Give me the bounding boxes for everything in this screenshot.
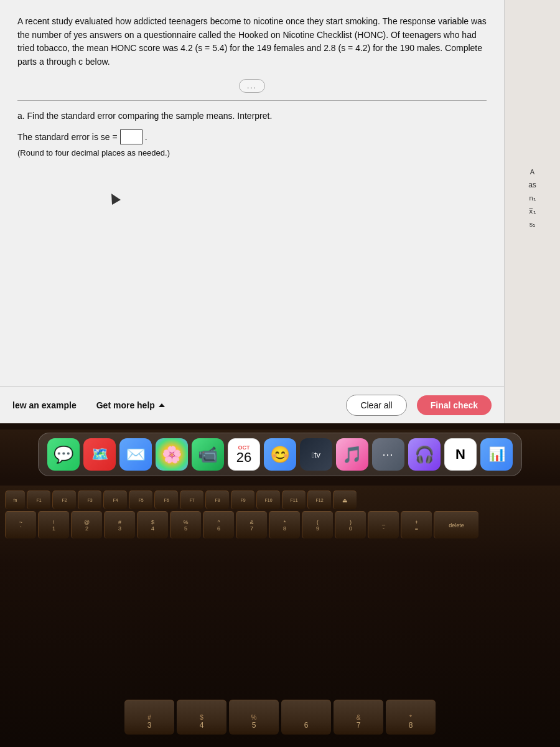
- answer-line: The standard error is se = .: [17, 129, 487, 144]
- dock-bar: 💬 🗺️ ✉️ 🌸 📹 OCT 26 😊 tv: [38, 433, 522, 476]
- dock-calendar-icon[interactable]: OCT 26: [228, 438, 260, 471]
- activity-icon: 🗺️: [91, 446, 108, 463]
- dock-messages-icon[interactable]: 💬: [47, 438, 80, 471]
- key-minus[interactable]: _-: [368, 511, 399, 538]
- key-4[interactable]: $4: [137, 511, 168, 538]
- more-dots-icon: ⋯: [382, 448, 394, 461]
- function-key-row: fn F1 F2 F3 F4 F5 F6 F7 F8 F9 F10 F11 F1…: [0, 486, 560, 509]
- key-f1[interactable]: F1: [27, 491, 50, 509]
- problem-text: A recent study evaluated how addicted te…: [17, 15, 487, 69]
- key-f8[interactable]: F8: [205, 491, 229, 509]
- key-power[interactable]: ⏏: [333, 491, 357, 509]
- number-key-row: ~` !1 @2 #3 $4 %5 ^6 &7 *8 (9 )0 _- += d…: [0, 511, 560, 538]
- round-note: (Round to four decimal places as needed.…: [17, 148, 487, 157]
- dock-activity-icon[interactable]: 🗺️: [83, 438, 116, 471]
- key-3[interactable]: #3: [104, 511, 135, 538]
- key-f5[interactable]: F5: [129, 491, 152, 509]
- key-7-label: &: [357, 714, 361, 721]
- key-0[interactable]: )0: [335, 511, 366, 538]
- apple-tv-label: tv: [312, 450, 320, 459]
- dock-more-icon[interactable]: ⋯: [372, 438, 404, 471]
- standard-error-prefix: The standard error is se =: [17, 132, 118, 142]
- key-7[interactable]: &7: [236, 511, 267, 538]
- key-5[interactable]: %5: [170, 511, 201, 538]
- dock-notion-icon[interactable]: N: [444, 438, 477, 471]
- view-example-button[interactable]: lew an example: [12, 400, 77, 410]
- key-5-number: 5: [252, 721, 256, 730]
- key-f11[interactable]: F11: [282, 491, 306, 509]
- key-f4[interactable]: F4: [103, 491, 127, 509]
- right-panel-n1: n₁: [529, 194, 535, 202]
- dock-area: 💬 🗺️ ✉️ 🌸 📹 OCT 26 😊 tv: [0, 430, 560, 479]
- keyboard-key-6[interactable]: 6: [281, 700, 331, 735]
- bottom-bar: lew an example Get more help Clear all F…: [0, 386, 504, 423]
- key-4-number: 4: [200, 721, 204, 730]
- keyboard-key-8[interactable]: * 8: [386, 700, 436, 735]
- right-panel: A as n₁ x̅₁ s₁: [504, 0, 560, 423]
- dock-finder-icon[interactable]: 😊: [264, 438, 296, 471]
- key-3-label: #: [147, 714, 151, 721]
- get-more-help-button[interactable]: Get more help: [96, 400, 165, 410]
- dock-mail-icon[interactable]: ✉️: [119, 438, 152, 471]
- dock-photos-icon[interactable]: 🌸: [156, 438, 188, 471]
- right-panel-s1: s₁: [530, 220, 536, 228]
- expand-dots-area: ...: [17, 79, 487, 93]
- expand-dots-button[interactable]: ...: [239, 79, 265, 93]
- key-6[interactable]: ^6: [203, 511, 234, 538]
- clear-all-button[interactable]: Clear all: [346, 395, 406, 416]
- keyboard-key-5[interactable]: % 5: [229, 700, 279, 735]
- finder-icon: 😊: [270, 445, 290, 464]
- right-panel-a: A: [530, 168, 534, 176]
- notion-n-icon: N: [455, 446, 465, 463]
- key-backspace[interactable]: delete: [434, 511, 478, 538]
- key-6-number: 6: [304, 721, 309, 730]
- dots-label: ...: [247, 82, 257, 90]
- messages-bubble-icon: 💬: [54, 445, 73, 464]
- key-8-number: 8: [409, 721, 413, 730]
- key-9[interactable]: (9: [302, 511, 333, 538]
- main-content: A recent study evaluated how addicted te…: [0, 0, 504, 423]
- key-8-label: *: [409, 714, 412, 721]
- final-check-button[interactable]: Final check: [417, 395, 492, 415]
- key-f3[interactable]: F3: [78, 491, 101, 509]
- photos-icon: 🌸: [162, 445, 182, 464]
- key-4-label: $: [200, 714, 203, 721]
- key-8[interactable]: *8: [269, 511, 300, 538]
- chevron-up-icon: [159, 403, 165, 407]
- key-f2[interactable]: F2: [52, 491, 76, 509]
- problem-body: A recent study evaluated how addicted te…: [17, 16, 487, 67]
- key-equal[interactable]: +=: [401, 511, 432, 538]
- right-panel-as: as: [528, 181, 536, 189]
- headphones-icon: 🎧: [414, 445, 434, 464]
- stats-bar-icon: 📊: [488, 446, 505, 463]
- dock-stats-icon[interactable]: 📊: [480, 438, 513, 471]
- key-backtick[interactable]: ~`: [5, 511, 36, 538]
- standard-error-input[interactable]: [120, 129, 142, 144]
- key-5-label: %: [251, 714, 257, 721]
- dock-music-icon[interactable]: 🎵: [336, 438, 368, 471]
- key-f6[interactable]: F6: [154, 491, 178, 509]
- dock-screentime-icon[interactable]: 🎧: [408, 438, 441, 471]
- dock-facetime-icon[interactable]: 📹: [192, 438, 224, 471]
- key-f12[interactable]: F12: [307, 491, 331, 509]
- key-f10[interactable]: F10: [256, 491, 280, 509]
- keyboard-key-7[interactable]: & 7: [334, 700, 383, 735]
- key-3-number: 3: [147, 721, 152, 730]
- cursor: [107, 191, 121, 205]
- key-2[interactable]: @2: [71, 511, 102, 538]
- key-f9[interactable]: F9: [231, 491, 254, 509]
- dock-apple-tv-icon[interactable]: tv: [300, 438, 332, 471]
- keyboard-key-4[interactable]: $ 4: [177, 700, 226, 735]
- key-7-number: 7: [357, 721, 361, 730]
- mail-icon: ✉️: [126, 445, 146, 464]
- keyboard-area: fn F1 F2 F3 F4 F5 F6 F7 F8 F9 F10 F11 F1…: [0, 486, 560, 747]
- divider: [17, 100, 487, 101]
- right-panel-x1bar: x̅₁: [529, 207, 536, 215]
- key-fn[interactable]: fn: [5, 491, 25, 509]
- part-a-label: a. Find the standard error comparing the…: [17, 111, 487, 121]
- key-1[interactable]: !1: [38, 511, 69, 538]
- facetime-icon: 📹: [198, 445, 218, 464]
- keyboard-key-3[interactable]: # 3: [124, 700, 174, 735]
- period: .: [145, 132, 147, 142]
- key-f7[interactable]: F7: [180, 491, 203, 509]
